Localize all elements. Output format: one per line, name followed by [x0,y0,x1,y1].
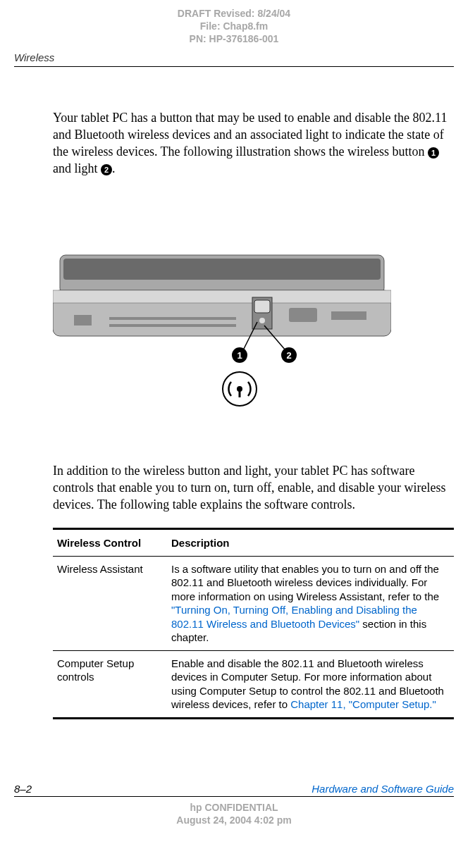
svg-text:2: 2 [286,350,291,361]
cell-control: Computer Setup controls [53,650,167,718]
draft-line-1: DRAFT Revised: 8/24/04 [14,7,454,20]
cross-reference-link[interactable]: Chapter 11, "Computer Setup." [290,698,436,710]
confidential-line-1: hp CONFIDENTIAL [14,801,454,814]
cell-description: Is a software utility that enables you t… [167,556,454,650]
draft-header: DRAFT Revised: 8/24/04 File: Chap8.fm PN… [14,7,454,46]
svg-rect-5 [109,317,236,320]
svg-text:1: 1 [237,350,242,361]
intro-paragraph-2: In addition to the wireless button and l… [53,462,454,514]
para1-mid: and light [53,161,101,175]
software-controls-table: Wireless Control Description Wireless As… [53,528,454,719]
callout-number-1: 1 [428,147,439,159]
desc-pre: Is a software utility that enables you t… [171,563,439,602]
confidential-line-2: August 24, 2004 4:02 pm [14,814,454,826]
cell-description: Enable and disable the 802.11 and Blueto… [167,650,454,718]
laptop-svg: 1 2 [53,248,391,410]
page-number: 8–2 [14,783,32,795]
callout-number-2: 2 [101,164,112,175]
page-container: DRAFT Revised: 8/24/04 File: Chap8.fm PN… [0,0,475,841]
svg-rect-1 [63,259,381,280]
page-footer: 8–2 Hardware and Software Guide [14,783,454,797]
table-header-control: Wireless Control [53,528,167,556]
svg-rect-11 [331,311,366,320]
draft-line-2: File: Chap8.fm [14,20,454,32]
table-row: Computer Setup controls Enable and disab… [53,650,454,718]
para1-post: . [112,161,116,175]
table-header-description: Description [167,528,454,556]
svg-rect-4 [74,315,92,326]
svg-point-9 [259,318,265,323]
para1-pre: Your tablet PC has a button that may be … [53,111,447,159]
svg-rect-3 [53,290,391,303]
svg-rect-8 [254,300,270,313]
cell-control: Wireless Assistant [53,556,167,650]
intro-paragraph-1: Your tablet PC has a button that may be … [53,109,454,178]
confidential-footer: hp CONFIDENTIAL August 24, 2004 4:02 pm [14,801,454,826]
draft-line-3: PN: HP-376186-001 [14,32,454,45]
running-header: Wireless [14,46,454,67]
tablet-pc-illustration: 1 2 [53,248,454,413]
guide-title: Hardware and Software Guide [311,783,454,795]
table-row: Wireless Assistant Is a software utility… [53,556,454,650]
svg-rect-6 [109,324,236,327]
svg-rect-10 [289,308,317,322]
